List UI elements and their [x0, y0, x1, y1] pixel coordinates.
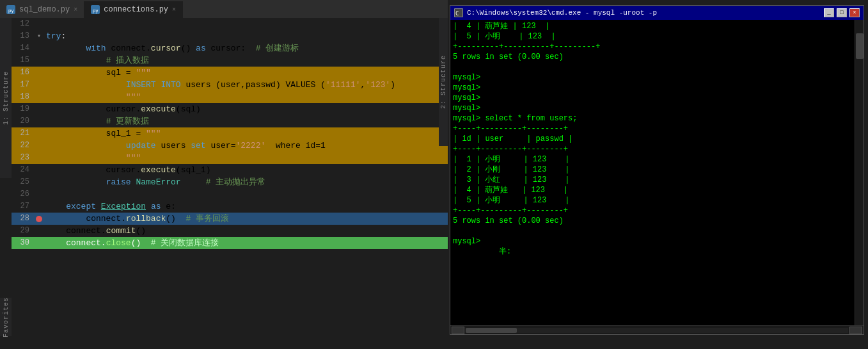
code-line-22: 22 update users set user='2222' where id… — [12, 140, 448, 152]
cmd-rows-in-set-2: 5 rows in set (0.00 sec) — [453, 216, 853, 226]
tab-sql-demo-close[interactable]: × — [74, 6, 77, 13]
cmd-scrollthumb[interactable] — [856, 33, 864, 59]
code-line-21: 21 sql_1 = """ — [12, 127, 448, 140]
cmd-body-container: | 4 | 葫芦娃 | 123 | | 5 | 小明 | 123 | +----… — [450, 20, 864, 325]
code-line-26: 26 — [12, 188, 448, 200]
code-line-14: 14 with connect.cursor() as cursor: # 创建… — [12, 42, 448, 54]
code-line-28: 28 connect.rollback() # 事务回滚 — [12, 213, 448, 225]
cmd-separator-2: +----+---------+--------+ — [453, 124, 853, 134]
cmd-data-row-3: | 3 | 小红 | 123 | — [453, 175, 853, 185]
outline-panel-label: 2: Structure — [440, 55, 447, 109]
code-editor[interactable]: 12 13 ▾ try: 14 with connect.cursor() as… — [12, 18, 448, 349]
cmd-rows-in-set-1: 5 rows in set (0.00 sec) — [453, 52, 853, 62]
cmd-body[interactable]: | 4 | 葫芦娃 | 123 | | 5 | 小明 | 123 | +----… — [450, 20, 864, 325]
terminal-icon: C — [455, 9, 462, 17]
cmd-maximize-button[interactable]: □ — [837, 8, 847, 17]
cmd-window: C C:\Windows\system32\cmd.exe - mysql -u… — [450, 5, 864, 335]
cmd-input-line: 半: — [453, 247, 853, 257]
code-line-23: 23 """ — [12, 152, 448, 164]
cmd-data-row-1: | 1 | 小明 | 123 | — [453, 154, 853, 165]
python-file-icon-2: py — [91, 5, 100, 14]
outline-panel: 2: Structure — [439, 18, 448, 146]
code-line-30: 30 connect.close() # 关闭数据库连接 — [12, 237, 448, 249]
code-line-25: 25 raise NameError # 主动抛出异常 — [12, 176, 448, 188]
code-line-16: 16 sql = """ — [12, 67, 448, 79]
cmd-hscrollbar[interactable] — [450, 325, 864, 334]
cmd-icon: C — [454, 8, 463, 17]
code-line-15: 15 # 插入数据 — [12, 54, 448, 67]
fold-arrow-13[interactable]: ▾ — [37, 30, 41, 42]
cmd-hscroll-right[interactable] — [849, 327, 862, 334]
code-line-29: 29 connect.commit() — [12, 225, 448, 237]
cmd-prompt-3: mysql> — [453, 93, 853, 103]
tab-connections-label: connections.py — [104, 5, 168, 14]
editor-container: py sql_demo.py × py connections.py × 12 … — [0, 0, 448, 349]
cmd-separator-4: +----+---------+--------+ — [453, 206, 853, 216]
breakpoint-28[interactable] — [36, 216, 42, 222]
cmd-prompt-2: mysql> — [453, 83, 853, 93]
cmd-hscroll-track — [466, 328, 848, 333]
cmd-row-1: | 4 | 葫芦娃 | 123 | — [453, 21, 853, 31]
cmd-titlebar: C C:\Windows\system32\cmd.exe - mysql -u… — [450, 6, 864, 20]
tab-sql-demo[interactable]: py sql_demo.py × — [0, 1, 84, 18]
code-line-12: 12 — [12, 18, 448, 30]
cmd-blank-2 — [453, 226, 853, 236]
cmd-scrollbar[interactable] — [855, 20, 864, 325]
favorites-panel: Favorites — [0, 298, 12, 336]
cmd-hscroll-left[interactable] — [452, 327, 464, 334]
python-file-icon: py — [6, 5, 15, 14]
structure-panel: 1: Structure — [0, 18, 12, 178]
cmd-prompt-4: mysql> — [453, 103, 853, 113]
cmd-minimize-button[interactable]: _ — [824, 8, 834, 17]
code-line-19: 19 cursor.execute(sql) — [12, 103, 448, 115]
tab-sql-demo-label: sql_demo.py — [19, 5, 70, 14]
code-line-27: 27 except Exception as e: — [12, 200, 448, 213]
cmd-title-text: C:\Windows\system32\cmd.exe - mysql -uro… — [467, 9, 657, 17]
cmd-prompt-5: mysql> — [453, 236, 853, 247]
tab-connections[interactable]: py connections.py × — [84, 1, 183, 18]
code-line-18: 18 """ — [12, 91, 448, 103]
cmd-blank-1 — [453, 62, 853, 72]
structure-panel-label: 1: Structure — [3, 71, 10, 125]
cmd-close-button[interactable]: × — [849, 8, 860, 17]
cmd-data-row-2: | 2 | 小刚 | 123 | — [453, 165, 853, 175]
cmd-controls: _ □ × — [824, 8, 860, 17]
cmd-prompt-1: mysql> — [453, 72, 853, 83]
tab-bar: py sql_demo.py × py connections.py × — [0, 0, 448, 18]
cmd-command-1: mysql> select * from users; — [453, 113, 853, 124]
cmd-separator-3: +----+---------+--------+ — [453, 144, 853, 154]
cmd-header-row: | id | user | passwd | — [453, 134, 853, 144]
svg-text:C: C — [455, 10, 459, 17]
cmd-data-row-5: | 5 | 小明 | 123 | — [453, 195, 853, 206]
cmd-input-text: 半: — [499, 247, 511, 257]
cmd-data-row-4: | 4 | 葫芦娃 | 123 | — [453, 185, 853, 195]
svg-text:py: py — [93, 8, 98, 13]
code-line-13: 13 ▾ try: — [12, 30, 448, 42]
code-line-24: 24 cursor.execute(sql_1) — [12, 164, 448, 176]
cmd-scroll-up[interactable] — [855, 20, 864, 33]
cmd-row-2: | 5 | 小明 | 123 | — [453, 31, 853, 42]
svg-text:py: py — [8, 8, 13, 13]
cmd-separator-1: +---------+----------+---------+ — [453, 42, 853, 52]
tab-connections-close[interactable]: × — [172, 6, 176, 13]
cmd-hscrollthumb[interactable] — [466, 328, 517, 333]
code-line-20: 20 # 更新数据 — [12, 115, 448, 127]
favorites-panel-label: Favorites — [3, 297, 10, 337]
code-line-17: 17 INSERT INTO users (user,passwd) VALUE… — [12, 79, 448, 91]
